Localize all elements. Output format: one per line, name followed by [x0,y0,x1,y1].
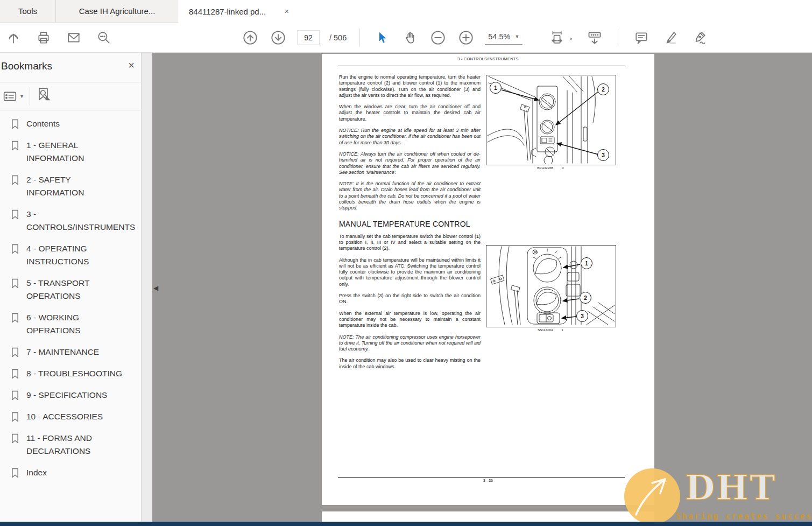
toolbar-separator [618,29,618,47]
bookmark-icon [11,467,19,479]
paragraph-note: NOTE: The air conditioning compressor us… [339,334,481,353]
bookmark-item-contents[interactable]: Contents [0,113,141,135]
bookmark-item-index[interactable]: Index [0,462,141,483]
share-icon[interactable] [4,29,23,47]
figure1-caption-number: 3 [562,166,563,170]
paragraph: Press the switch (3) on the right side t… [339,293,481,305]
callout-1: 1 [490,82,502,94]
fit-to-width-icon[interactable] [550,29,575,47]
bookmark-item-working-operations[interactable]: 6 - WORKING OPERATIONS [0,307,141,341]
page-up-icon[interactable] [241,29,259,47]
paragraph-note: NOTE: It is the normal function of the a… [339,181,481,211]
toolbar-separator [359,29,360,47]
paragraph: When the external air temperature is low… [339,311,481,329]
bookmark-icon [11,433,19,444]
figure1-line-art [486,75,615,164]
toolbar-center-group: / 506 54.5% ▼ [241,23,522,52]
toolbar-separator [30,87,30,106]
tab-bar: Tools Case IH Agriculture... 84411287-li… [0,0,812,23]
bookmark-options-icon[interactable]: ▼ [3,90,24,102]
figure-cab-pillar-controls: 1 2 3 [486,75,616,165]
figure2-caption: SS11A004 1 [486,328,615,332]
hand-tool-icon[interactable] [401,29,419,47]
select-cursor-icon[interactable] [373,29,391,47]
bookmark-item-operating-instructions[interactable]: 4 - OPERATING INSTRUCTIONS [0,238,141,272]
comment-icon[interactable] [632,29,651,47]
find-current-bookmark-icon[interactable] [36,87,52,106]
running-header: 3 - CONTROLS/INSTRUMENTS [322,57,654,61]
tab-84411287-linked-pdf-active[interactable]: 84411287-linked pd... × [178,0,296,23]
bookmark-item-controls-instruments[interactable]: 3 - CONTROLS/INSTRUMENTS [0,204,141,238]
tab-tools[interactable]: Tools [0,0,56,23]
callout-3: 3 [597,149,609,161]
bookmarks-panel: Bookmarks × ▼ Contents 1 - GENERAL INFOR… [0,53,142,522]
bookmarks-close-icon[interactable]: × [128,59,135,72]
bookmark-item-maintenance[interactable]: 7 - MAINTENANCE [0,341,141,363]
bookmark-icon [11,390,19,401]
bookmark-icon [11,209,19,220]
bookmarks-list: Contents 1 - GENERAL INFORMATION 2 - SAF… [0,113,141,483]
signature-pen-icon[interactable] [690,29,709,47]
paragraph: To manually set the cab temperature swit… [339,234,481,252]
bookmark-item-forms-and-declarations[interactable]: 11 - FORMS AND DECLARATIONS [0,427,141,462]
figure2-line-art [486,246,615,326]
bookmark-item-general-information[interactable]: 1 - GENERAL INFORMATION [0,135,141,169]
page-down-icon[interactable] [269,29,287,47]
bookmark-icon [11,174,19,186]
bookmark-icon [11,368,19,380]
bookmark-icon [11,243,19,255]
bookmark-item-safety-information[interactable]: 2 - SAFETY INFORMATION [0,169,141,204]
page-number-input[interactable] [297,30,320,45]
callout-1: 1 [581,257,592,269]
bookmarks-toolbar: ▼ [0,83,141,110]
highlighter-icon[interactable] [661,29,680,47]
hide-toolbar-icon[interactable] [585,29,604,47]
arrow-up-right-icon [624,468,680,524]
figure-manual-temperature-controls: 1 2 3 [486,245,616,327]
pdf-page: 3 - CONTROLS/INSTRUMENTS Run the engine … [322,54,654,505]
callout-2: 2 [597,83,609,95]
divider [0,110,141,110]
sidebar-splitter[interactable] [142,53,152,522]
header-rule [338,66,625,66]
chevron-down-icon: ▼ [19,94,24,99]
paragraph: Although the in cab temperature will be … [339,257,481,287]
bookmark-item-transport-operations[interactable]: 5 - TRANSPORT OPERATIONS [0,272,141,307]
tab-doc2-label: 84411287-linked pd... [189,7,266,16]
bookmark-item-accessories[interactable]: 10 - ACCESSORIES [0,406,141,427]
bookmark-icon [11,347,19,358]
bottom-bar [0,522,812,526]
tab-close-icon[interactable]: × [285,7,289,16]
bookmark-icon [11,140,19,151]
figure2-caption-number: 1 [561,328,563,332]
tab-doc1-label: Case IH Agriculture... [79,6,156,16]
next-page-edge [322,511,654,522]
bookmark-item-specifications[interactable]: 9 - SPECIFICATIONS [0,384,141,406]
bookmark-icon [11,278,19,289]
toolbar-left-group [4,23,113,52]
zoom-level-control[interactable]: 54.5% ▼ [485,30,522,45]
zoom-out-icon[interactable] [429,29,447,47]
paragraph: When the windows are clear, turn the air… [339,104,481,122]
search-icon[interactable] [95,29,113,47]
bookmark-icon [11,118,19,130]
tab-case-ih-agriculture[interactable]: Case IH Agriculture... [56,0,179,23]
toolbar-right-group [550,23,709,52]
print-icon[interactable] [34,29,53,47]
divider [0,82,141,82]
figure2-caption-code: SS11A004 [538,328,553,332]
figure1-caption-code: BRH3226B [537,166,553,170]
callout-3: 3 [576,310,588,322]
zoom-level-value: 54.5% [488,32,510,41]
bookmark-icon [11,411,19,423]
bookmark-item-troubleshooting[interactable]: 8 - TROUBLESHOOTING [0,363,141,384]
collapse-sidebar-icon[interactable]: ◀ [153,284,158,292]
email-icon[interactable] [65,29,83,47]
zoom-in-icon[interactable] [457,29,475,47]
paragraph: Run the engine to normal operating tempe… [339,74,481,99]
paragraph-notice: NOTICE: Run the engine at idle speed for… [339,128,481,146]
page-footer-number: 3 - 36 [322,479,654,482]
page-count-label: / 506 [329,33,347,42]
dht-logo-circle [624,468,680,524]
pdf-viewport[interactable]: 3 - CONTROLS/INSTRUMENTS Run the engine … [152,53,812,526]
